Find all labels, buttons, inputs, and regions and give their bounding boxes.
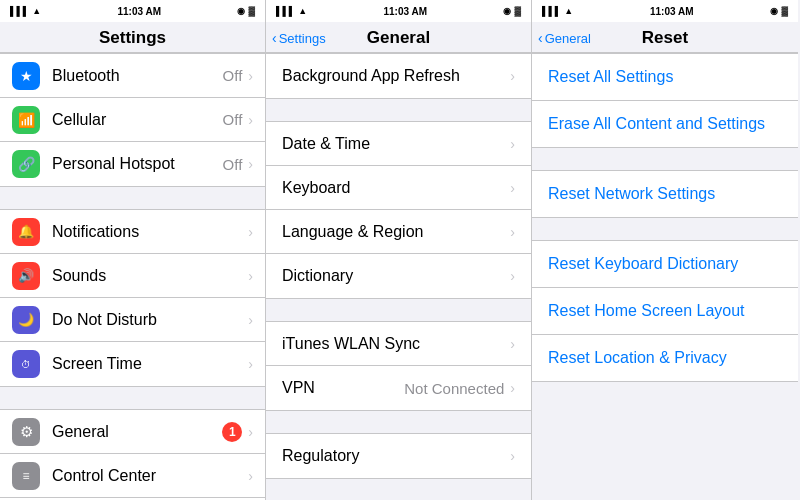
keyboard-item[interactable]: Keyboard › — [266, 166, 531, 210]
donotdisturb-icon: 🌙 — [12, 306, 40, 334]
back-chevron-icon: ‹ — [272, 30, 277, 46]
reset-keyboard-item[interactable]: Reset Keyboard Dictionary — [532, 241, 798, 288]
reset-title: Reset — [642, 28, 688, 48]
screentime-label: Screen Time — [52, 355, 248, 373]
dictionary-item[interactable]: Dictionary › — [266, 254, 531, 298]
wifi-icon-3: ▲ — [564, 6, 573, 16]
vpn-item[interactable]: VPN Not Connected › — [266, 366, 531, 410]
general-icon: ⚙ — [12, 418, 40, 446]
reset-homescreen-item[interactable]: Reset Home Screen Layout — [532, 288, 798, 335]
notifications-label: Notifications — [52, 223, 248, 241]
general-badge: 1 — [222, 422, 242, 442]
status-right-1: ◉ ▓ — [237, 6, 255, 16]
background-refresh-item[interactable]: Background App Refresh › — [266, 54, 531, 98]
reset-group-1: Reset All Settings Erase All Content and… — [532, 53, 798, 148]
reset-network-item[interactable]: Reset Network Settings — [532, 171, 798, 217]
itunes-wlan-item[interactable]: iTunes WLAN Sync › — [266, 322, 531, 366]
bluetooth-value: Off — [223, 67, 243, 84]
signal-icon: ▌▌▌ — [10, 6, 29, 16]
reset-panel: ▌▌▌ ▲ 11:03 AM ◉ ▓ ‹ General Reset Reset… — [532, 0, 798, 500]
erase-content-label: Erase All Content and Settings — [548, 115, 765, 132]
language-region-chevron: › — [510, 224, 515, 240]
status-right-3: ◉ ▓ — [770, 6, 788, 16]
general-label: General — [52, 423, 222, 441]
hotspot-icon: 🔗 — [12, 150, 40, 178]
sounds-chevron: › — [248, 268, 253, 284]
regulatory-chevron: › — [510, 448, 515, 464]
status-bar-1: ▌▌▌ ▲ 11:03 AM ◉ ▓ — [0, 0, 265, 22]
notifications-icon: 🔔 — [12, 218, 40, 246]
signal-icon-3: ▌▌▌ — [542, 6, 561, 16]
bluetooth-item[interactable]: ★ Bluetooth Off › — [0, 54, 265, 98]
wifi-icon-2: ▲ — [298, 6, 307, 16]
donotdisturb-chevron: › — [248, 312, 253, 328]
donotdisturb-item[interactable]: 🌙 Do Not Disturb › — [0, 298, 265, 342]
reset-all-item[interactable]: Reset All Settings — [532, 54, 798, 101]
location-icon-3: ◉ — [770, 6, 778, 16]
back-to-settings[interactable]: ‹ Settings — [272, 30, 326, 46]
battery-icon-3: ▓ — [781, 6, 788, 16]
status-bar-2: ▌▌▌ ▲ 11:03 AM ◉ ▓ — [266, 0, 531, 22]
reset-group-2: Reset Network Settings — [532, 170, 798, 218]
regulatory-section: Regulatory › — [266, 433, 531, 479]
hotspot-chevron: › — [248, 156, 253, 172]
controlcenter-label: Control Center — [52, 467, 248, 485]
reset-location-item[interactable]: Reset Location & Privacy — [532, 335, 798, 381]
controlcenter-item[interactable]: ≡ Control Center › — [0, 454, 265, 498]
regulatory-item[interactable]: Regulatory › — [266, 434, 531, 478]
screentime-item[interactable]: ⏱ Screen Time › — [0, 342, 265, 386]
regulatory-label: Regulatory — [282, 447, 510, 465]
preferences-section: Date & Time › Keyboard › Language & Regi… — [266, 121, 531, 299]
screentime-chevron: › — [248, 356, 253, 372]
controlcenter-icon: ≡ — [12, 462, 40, 490]
status-bar-3: ▌▌▌ ▲ 11:03 AM ◉ ▓ — [532, 0, 798, 22]
notifications-item[interactable]: 🔔 Notifications › — [0, 210, 265, 254]
signal-icon-2: ▌▌▌ — [276, 6, 295, 16]
donotdisturb-label: Do Not Disturb — [52, 311, 248, 329]
reset-list: Reset All Settings Erase All Content and… — [532, 53, 798, 500]
sounds-icon: 🔊 — [12, 262, 40, 290]
bluetooth-label: Bluetooth — [52, 67, 223, 85]
bluetooth-chevron: › — [248, 68, 253, 84]
reset-group-3: Reset Keyboard Dictionary Reset Home Scr… — [532, 240, 798, 382]
date-time-label: Date & Time — [282, 135, 510, 153]
dictionary-label: Dictionary — [282, 267, 510, 285]
battery-icon-2: ▓ — [514, 6, 521, 16]
location-icon: ◉ — [237, 6, 245, 16]
back-to-general[interactable]: ‹ General — [538, 30, 591, 46]
erase-content-item[interactable]: Erase All Content and Settings — [532, 101, 798, 147]
general-panel: ▌▌▌ ▲ 11:03 AM ◉ ▓ ‹ Settings General Ba… — [266, 0, 532, 500]
bluetooth-icon: ★ — [12, 62, 40, 90]
location-icon-2: ◉ — [503, 6, 511, 16]
cellular-item[interactable]: 📶 Cellular Off › — [0, 98, 265, 142]
reset-location-label: Reset Location & Privacy — [548, 349, 727, 366]
back-label-reset: General — [545, 31, 591, 46]
reset-homescreen-label: Reset Home Screen Layout — [548, 302, 745, 319]
connectivity-section: ★ Bluetooth Off › 📶 Cellular Off › 🔗 Per… — [0, 53, 265, 187]
back-chevron-icon-2: ‹ — [538, 30, 543, 46]
sounds-item[interactable]: 🔊 Sounds › — [0, 254, 265, 298]
status-left-1: ▌▌▌ ▲ — [10, 6, 41, 16]
vpn-label: VPN — [282, 379, 404, 397]
sounds-label: Sounds — [52, 267, 248, 285]
language-region-item[interactable]: Language & Region › — [266, 210, 531, 254]
settings-title: Settings — [99, 28, 166, 47]
reset-network-label: Reset Network Settings — [548, 185, 715, 202]
itunes-section: iTunes WLAN Sync › VPN Not Connected › — [266, 321, 531, 411]
back-label: Settings — [279, 31, 326, 46]
status-right-2: ◉ ▓ — [503, 6, 521, 16]
hotspot-item[interactable]: 🔗 Personal Hotspot Off › — [0, 142, 265, 186]
keyboard-chevron: › — [510, 180, 515, 196]
general-item[interactable]: ⚙ General 1 › — [0, 410, 265, 454]
screentime-icon: ⏱ — [12, 350, 40, 378]
settings-list: ★ Bluetooth Off › 📶 Cellular Off › 🔗 Per… — [0, 53, 265, 500]
date-time-chevron: › — [510, 136, 515, 152]
vpn-value: Not Connected — [404, 380, 504, 397]
background-refresh-chevron: › — [510, 68, 515, 84]
dictionary-chevron: › — [510, 268, 515, 284]
language-region-label: Language & Region — [282, 223, 510, 241]
battery-icon: ▓ — [248, 6, 255, 16]
hotspot-value: Off — [223, 156, 243, 173]
date-time-item[interactable]: Date & Time › — [266, 122, 531, 166]
background-section: Background App Refresh › — [266, 53, 531, 99]
